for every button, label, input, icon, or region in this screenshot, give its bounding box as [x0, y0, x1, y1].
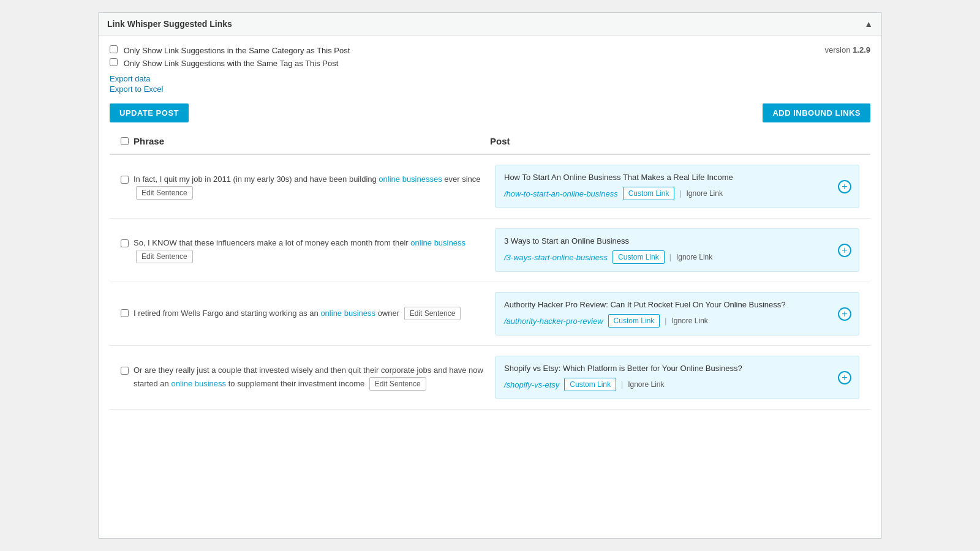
edit-sentence-button[interactable]: Edit Sentence — [136, 250, 193, 263]
phrase-before: So, I KNOW that these influencers make a… — [134, 238, 410, 247]
table-row: I retired from Wells Fargo and starting … — [110, 282, 870, 346]
post-title: Authority Hacker Pro Review: Can It Put … — [504, 300, 850, 309]
custom-link-button[interactable]: Custom Link — [623, 187, 675, 200]
phrase-link: online businesses — [379, 174, 442, 184]
custom-link-button[interactable]: Custom Link — [564, 378, 616, 391]
expand-button[interactable]: + — [838, 244, 851, 257]
category-filter-checkbox[interactable] — [110, 45, 118, 53]
expand-button[interactable]: + — [838, 180, 851, 193]
post-card: How To Start An Online Business That Mak… — [495, 165, 859, 208]
ignore-link-button[interactable]: Ignore Link — [671, 317, 707, 325]
separator: | — [669, 253, 671, 261]
post-bottom: /authority-hacker-pro-review Custom Link… — [504, 314, 850, 328]
phrase-before: I retired from Wells Fargo and starting … — [134, 309, 320, 318]
phrase-cell: So, I KNOW that these influencers make a… — [121, 237, 485, 263]
phrase-link: online business — [171, 379, 226, 388]
phrase-cell: Or are they really just a couple that in… — [121, 364, 485, 391]
phrase-text: Or are they really just a couple that in… — [134, 364, 485, 391]
phrase-link: online business — [410, 238, 466, 247]
panel-header: Link Whisper Suggested Links ▲ — [99, 13, 881, 36]
phrase-after: ever since — [442, 174, 481, 184]
post-slug: /3-ways-start-online-business — [504, 253, 608, 262]
export-data-link[interactable]: Export data — [110, 74, 350, 83]
panel-body: Only Show Link Suggestions in the Same C… — [99, 36, 881, 419]
tag-filter-checkbox[interactable] — [110, 58, 118, 66]
row-checkbox[interactable] — [121, 176, 129, 184]
separator: | — [679, 189, 681, 198]
edit-sentence-button[interactable]: Edit Sentence — [369, 377, 426, 391]
row-checkbox[interactable] — [121, 239, 129, 247]
post-bottom: /how-to-start-an-online-business Custom … — [504, 187, 850, 200]
export-excel-link[interactable]: Export to Excel — [110, 84, 350, 94]
options-left: Only Show Link Suggestions in the Same C… — [110, 45, 350, 95]
separator: | — [621, 380, 623, 389]
phrase-link: online business — [320, 309, 375, 318]
edit-sentence-button[interactable]: Edit Sentence — [404, 307, 461, 320]
row-checkbox[interactable] — [121, 309, 129, 317]
post-card: 3 Ways to Start an Online Business /3-wa… — [495, 228, 859, 272]
row-checkbox-wrap[interactable] — [121, 175, 129, 188]
action-row: UPDATE POST ADD INBOUND LINKS — [110, 103, 870, 122]
add-inbound-links-button[interactable]: ADD INBOUND LINKS — [763, 103, 870, 122]
select-all-checkbox[interactable] — [121, 137, 129, 145]
phrase-before: In fact, I quit my job in 2011 (in my ea… — [134, 174, 379, 184]
phrase-cell: In fact, I quit my job in 2011 (in my ea… — [121, 173, 485, 200]
expand-button[interactable]: + — [838, 307, 851, 321]
post-slug: /shopify-vs-etsy — [504, 380, 559, 389]
export-links: Export data Export to Excel — [110, 74, 350, 94]
post-title: 3 Ways to Start an Online Business — [504, 236, 850, 246]
table-row: Or are they really just a couple that in… — [110, 346, 870, 410]
post-title: Shopify vs Etsy: Which Platform is Bette… — [504, 364, 850, 373]
phrase-cell: I retired from Wells Fargo and starting … — [121, 307, 485, 321]
post-title: How To Start An Online Business That Mak… — [504, 173, 850, 182]
post-slug: /authority-hacker-pro-review — [504, 317, 603, 326]
suggestions-list: In fact, I quit my job in 2011 (in my ea… — [110, 155, 870, 410]
custom-link-button[interactable]: Custom Link — [608, 314, 660, 328]
post-bottom: /shopify-vs-etsy Custom Link | Ignore Li… — [504, 378, 850, 391]
options-row: Only Show Link Suggestions in the Same C… — [110, 45, 870, 95]
post-column-header: Post — [490, 136, 859, 146]
table-header: Phrase Post — [110, 129, 870, 155]
row-checkbox-wrap[interactable] — [121, 309, 129, 321]
post-card: Authority Hacker Pro Review: Can It Put … — [495, 292, 859, 335]
phrase-column-header: Phrase — [121, 136, 490, 146]
ignore-link-button[interactable]: Ignore Link — [687, 189, 723, 198]
tag-filter-label[interactable]: Only Show Link Suggestions with the Same… — [110, 58, 350, 68]
checkboxes: Only Show Link Suggestions in the Same C… — [110, 45, 350, 68]
category-filter-label[interactable]: Only Show Link Suggestions in the Same C… — [110, 45, 350, 55]
table-row: So, I KNOW that these influencers make a… — [110, 219, 870, 282]
custom-link-button[interactable]: Custom Link — [612, 250, 665, 264]
phrase-text: In fact, I quit my job in 2011 (in my ea… — [134, 173, 485, 200]
row-checkbox-wrap[interactable] — [121, 366, 129, 379]
table-row: In fact, I quit my job in 2011 (in my ea… — [110, 155, 870, 219]
post-bottom: /3-ways-start-online-business Custom Lin… — [504, 250, 850, 264]
ignore-link-button[interactable]: Ignore Link — [628, 380, 664, 389]
post-card: Shopify vs Etsy: Which Platform is Bette… — [495, 356, 859, 399]
phrase-text: I retired from Wells Fargo and starting … — [134, 307, 485, 320]
separator: | — [665, 317, 666, 325]
panel-title: Link Whisper Suggested Links — [107, 19, 232, 29]
post-slug: /how-to-start-an-online-business — [504, 189, 618, 198]
phrase-text: So, I KNOW that these influencers make a… — [134, 237, 485, 263]
phrase-after: to supplement their investment income — [226, 379, 364, 388]
row-checkbox-wrap[interactable] — [121, 239, 129, 252]
expand-button[interactable]: + — [838, 371, 851, 384]
panel-toggle-icon[interactable]: ▲ — [864, 19, 873, 29]
version-display: version 1.2.9 — [825, 45, 870, 54]
ignore-link-button[interactable]: Ignore Link — [676, 253, 712, 261]
row-checkbox[interactable] — [121, 367, 129, 375]
update-post-button[interactable]: UPDATE POST — [110, 103, 189, 122]
edit-sentence-button[interactable]: Edit Sentence — [136, 186, 193, 200]
phrase-after: owner — [375, 309, 399, 318]
